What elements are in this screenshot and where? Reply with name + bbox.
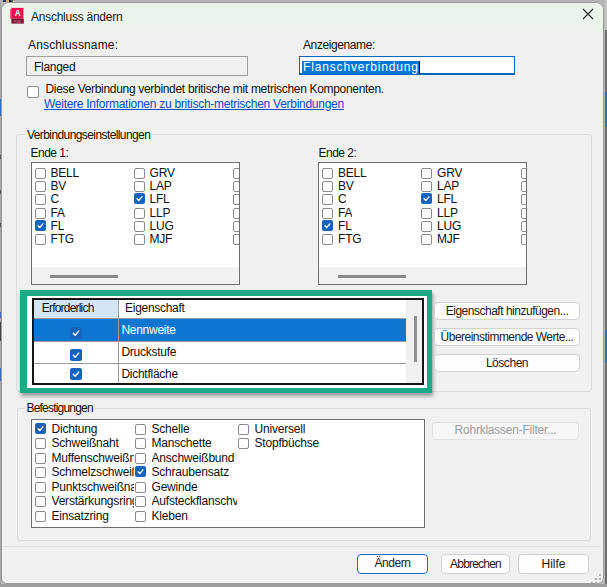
svg-text:A: A — [15, 9, 21, 18]
svg-text:P3D: P3D — [14, 19, 22, 23]
